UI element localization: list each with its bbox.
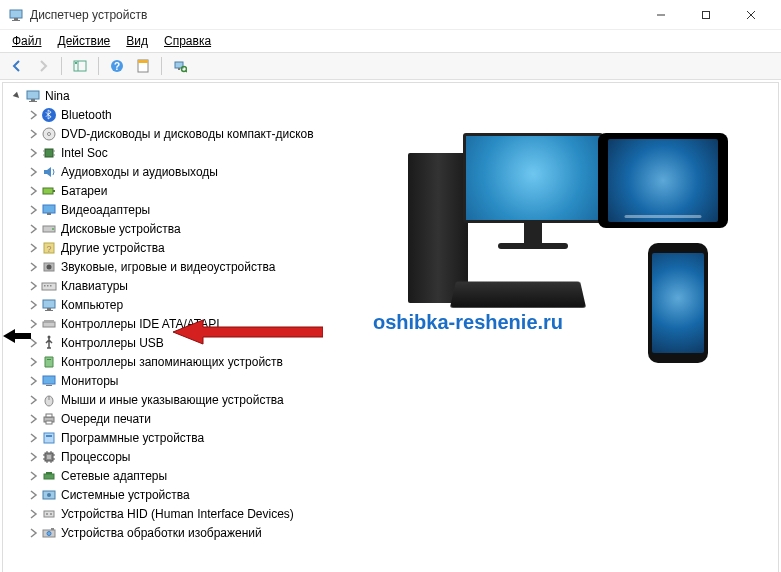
tree-item[interactable]: Программные устройства: [7, 428, 778, 447]
device-tree: Nina: [7, 87, 778, 105]
tree-root-node[interactable]: Nina: [7, 87, 778, 105]
tree-item[interactable]: Сетевые адаптеры: [7, 466, 778, 485]
tree-item[interactable]: Аудиовходы и аудиовыходы: [7, 162, 778, 181]
tree-item-label: Сетевые адаптеры: [61, 469, 167, 483]
expander-icon[interactable]: [27, 337, 39, 349]
tree-item[interactable]: Видеоадаптеры: [7, 200, 778, 219]
svg-rect-15: [178, 68, 180, 70]
tree-item-label: Процессоры: [61, 450, 131, 464]
expander-icon[interactable]: [27, 489, 39, 501]
expander-icon[interactable]: [27, 242, 39, 254]
tree-item-label: Контроллеры запоминающих устройств: [61, 355, 283, 369]
svg-rect-47: [44, 320, 54, 322]
ide-icon: [41, 316, 57, 332]
expander-icon[interactable]: [27, 413, 39, 425]
expander-icon[interactable]: [27, 109, 39, 121]
hid-icon: [41, 506, 57, 522]
tree-item[interactable]: Устройства обработки изображений: [7, 523, 778, 542]
tree-item[interactable]: Звуковые, игровые и видеоустройства: [7, 257, 778, 276]
close-button[interactable]: [728, 0, 773, 30]
tree-item-label: Мыши и иные указывающие устройства: [61, 393, 284, 407]
tree-item[interactable]: Мыши и иные указывающие устройства: [7, 390, 778, 409]
show-hide-console-tree-button[interactable]: [69, 55, 91, 77]
expander-icon[interactable]: [27, 299, 39, 311]
expander-icon[interactable]: [27, 223, 39, 235]
svg-rect-0: [10, 10, 22, 18]
storage-icon: [41, 354, 57, 370]
tree-item-label: Звуковые, игровые и видеоустройства: [61, 260, 275, 274]
tree-item[interactable]: Системные устройства: [7, 485, 778, 504]
svg-point-75: [50, 513, 52, 515]
svg-point-23: [48, 132, 51, 135]
expander-icon[interactable]: [27, 527, 39, 539]
expander-icon[interactable]: [27, 394, 39, 406]
tree-item[interactable]: Контроллеры запоминающих устройств: [7, 352, 778, 371]
tree-item[interactable]: Intel Soc: [7, 143, 778, 162]
tree-item-label: Контроллеры IDE ATA/ATAPI: [61, 317, 220, 331]
expander-icon[interactable]: [27, 280, 39, 292]
menubar: Файл Действие Вид Справка: [0, 30, 781, 52]
app-icon: [8, 7, 24, 23]
expander-icon[interactable]: [11, 90, 23, 102]
bluetooth-icon: [41, 107, 57, 123]
window-title: Диспетчер устройств: [30, 8, 638, 22]
tree-item[interactable]: Дисковые устройства: [7, 219, 778, 238]
menu-view[interactable]: Вид: [118, 32, 156, 50]
svg-point-38: [47, 264, 52, 269]
back-button[interactable]: [6, 55, 28, 77]
tree-item[interactable]: Мониторы: [7, 371, 778, 390]
svg-rect-18: [27, 91, 39, 99]
expander-icon[interactable]: [27, 470, 39, 482]
tree-item[interactable]: Устройства HID (Human Interface Devices): [7, 504, 778, 523]
expander-icon[interactable]: [27, 166, 39, 178]
tree-item[interactable]: Контроллеры IDE ATA/ATAPI: [7, 314, 778, 333]
tree-item[interactable]: Очереди печати: [7, 409, 778, 428]
menu-file[interactable]: Файл: [4, 32, 50, 50]
forward-button[interactable]: [32, 55, 54, 77]
tree-item[interactable]: ?Другие устройства: [7, 238, 778, 257]
svg-rect-45: [45, 310, 53, 311]
expander-icon[interactable]: [27, 128, 39, 140]
tree-item-label: Компьютер: [61, 298, 123, 312]
maximize-button[interactable]: [683, 0, 728, 30]
minimize-button[interactable]: [638, 0, 683, 30]
expander-icon[interactable]: [27, 432, 39, 444]
display-icon: [41, 202, 57, 218]
tree-item[interactable]: Bluetooth: [7, 105, 778, 124]
scan-hardware-button[interactable]: [169, 55, 191, 77]
svg-point-34: [52, 228, 54, 230]
toolbar: ?: [0, 52, 781, 80]
tree-item[interactable]: Батареи: [7, 181, 778, 200]
svg-point-77: [47, 531, 51, 535]
tree-item[interactable]: Контроллеры USB: [7, 333, 778, 352]
toolbar-separator: [61, 57, 62, 75]
expander-icon[interactable]: [27, 508, 39, 520]
svg-rect-31: [43, 205, 55, 213]
properties-button[interactable]: [132, 55, 154, 77]
tree-item-label: Мониторы: [61, 374, 118, 388]
network-icon: [41, 468, 57, 484]
tree-item[interactable]: Процессоры: [7, 447, 778, 466]
expander-icon[interactable]: [27, 356, 39, 368]
menu-action[interactable]: Действие: [50, 32, 119, 50]
expander-icon[interactable]: [27, 185, 39, 197]
svg-text:?: ?: [46, 244, 51, 254]
tree-item[interactable]: Компьютер: [7, 295, 778, 314]
svg-rect-2: [12, 20, 20, 21]
expander-icon[interactable]: [27, 375, 39, 387]
help-button[interactable]: ?: [106, 55, 128, 77]
tree-item-label: Устройства обработки изображений: [61, 526, 262, 540]
tree-item-label: Intel Soc: [61, 146, 108, 160]
drive-icon: [41, 221, 57, 237]
expander-icon[interactable]: [27, 204, 39, 216]
expander-icon[interactable]: [27, 261, 39, 273]
window-controls: [638, 0, 773, 30]
expander-icon[interactable]: [27, 451, 39, 463]
tree-item[interactable]: DVD-дисководы и дисководы компакт-дисков: [7, 124, 778, 143]
svg-rect-29: [43, 188, 53, 194]
menu-help[interactable]: Справка: [156, 32, 219, 50]
tree-item[interactable]: Клавиатуры: [7, 276, 778, 295]
expander-icon[interactable]: [27, 147, 39, 159]
expander-icon[interactable]: [27, 318, 39, 330]
svg-rect-19: [31, 99, 35, 101]
